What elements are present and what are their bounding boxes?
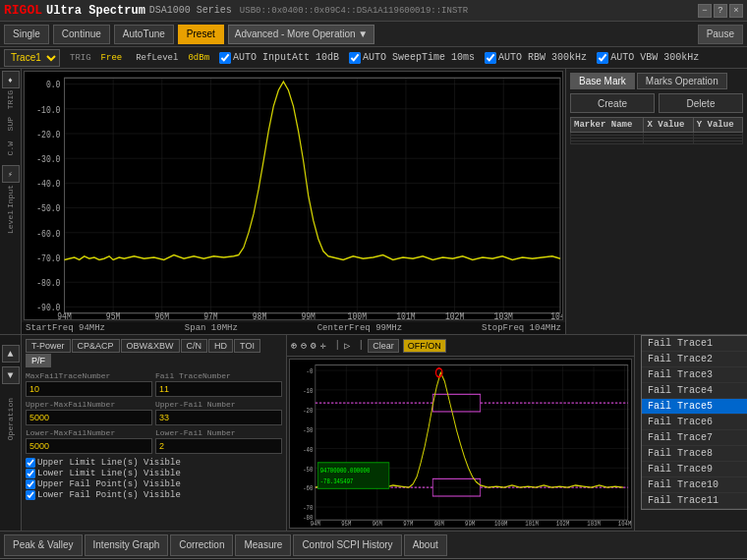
fail-trace-num-input[interactable] xyxy=(155,381,282,397)
svg-text:-50: -50 xyxy=(303,465,313,474)
auto-sweep-check[interactable]: AUTO SweepTime 10ms xyxy=(349,52,475,64)
svg-text:104M: 104M xyxy=(618,519,631,528)
svg-text:-40: -40 xyxy=(303,445,313,454)
fail-trace10-item[interactable]: Fail Trace10 xyxy=(642,477,747,493)
fail-trace8-item[interactable]: Fail Trace8 xyxy=(642,446,747,462)
advanced-button[interactable]: Advanced - More Operation ▼ xyxy=(228,25,375,44)
window-controls: − ? × xyxy=(698,4,743,18)
marks-operation-tab[interactable]: Marks Operation xyxy=(637,73,727,89)
hd-tab[interactable]: HD xyxy=(208,339,233,353)
fail-trace4-item[interactable]: Fail Trace4 xyxy=(642,383,747,399)
help-button[interactable]: ? xyxy=(714,4,727,18)
cursor-icon[interactable]: ✛ xyxy=(320,340,326,352)
toi-tab[interactable]: TOI xyxy=(234,339,260,353)
amp-button[interactable]: ♦ xyxy=(2,71,20,88)
input-button[interactable]: ⚡ xyxy=(2,165,20,183)
create-marker-button[interactable]: Create xyxy=(570,93,655,113)
upper-fail-input[interactable] xyxy=(26,410,152,425)
fail-trace9-item[interactable]: Fail Trace9 xyxy=(642,462,747,477)
autotune-button[interactable]: AutoTune xyxy=(114,25,174,44)
lower-limit-line-check[interactable]: Lower Limit Line(s) Visible xyxy=(26,469,282,478)
lower-fail-num-item: Lower-Fail Number xyxy=(155,428,282,454)
minus-icon[interactable]: ⊖ xyxy=(301,340,307,352)
lower-fail-input[interactable] xyxy=(26,438,152,454)
preset-button[interactable]: Preset xyxy=(178,25,224,44)
fail-trace5-item[interactable]: Fail Trace5 xyxy=(642,399,747,415)
fail-trace2-item[interactable]: Fail Trace2 xyxy=(642,352,747,367)
sup-side-label: SUP xyxy=(6,117,15,131)
svg-text:102M: 102M xyxy=(445,310,464,319)
main-spectrum-graph: 0.0 -10.0 -20.0 -30.0 -40.0 -50.0 -60.0 … xyxy=(24,71,563,320)
cn-tab[interactable]: C/N xyxy=(181,339,208,353)
trace-selector[interactable]: Trace1 Trace2 Trace3 xyxy=(4,49,60,67)
svg-text:-70.0: -70.0 xyxy=(36,252,60,264)
close-button[interactable]: × xyxy=(729,4,743,18)
up-arrow-button[interactable]: ▲ xyxy=(2,345,20,363)
svg-text:-30.0: -30.0 xyxy=(36,153,60,165)
pause-button[interactable]: Pause xyxy=(698,25,743,44)
svg-text:95M: 95M xyxy=(341,519,351,528)
svg-text:94700000.000000: 94700000.000000 xyxy=(320,466,371,475)
auto-rbw-check[interactable]: AUTO RBW 300kHz xyxy=(485,52,587,64)
center-freq-label: CenterFreq 99MHz xyxy=(317,323,402,333)
lower-toolbar: ⊕ ⊖ ⚙ ✛ | ▷ | Clear OFF/ON xyxy=(287,335,634,357)
trace-dropdown-panel: Fail Trace1 Fail Trace2 Fail Trace3 Fail… xyxy=(634,335,747,531)
bottom-left-area: ▲ ▼ Operation T-Power CP&ACP OBW&XBW C/N… xyxy=(0,335,287,531)
correction-tab[interactable]: Correction xyxy=(170,534,233,556)
single-button[interactable]: Single xyxy=(4,25,49,44)
offon-button[interactable]: OFF/ON xyxy=(403,339,446,353)
arrow-column: ▲ ▼ Operation xyxy=(0,335,22,531)
minimize-button[interactable]: − xyxy=(698,4,712,18)
plus-icon[interactable]: ⊕ xyxy=(291,340,297,352)
svg-text:94M: 94M xyxy=(57,310,72,319)
second-control-bar: Trace1 Trace2 Trace3 TRIG Free RefLevel … xyxy=(0,47,747,69)
input-side-label: Input xyxy=(6,185,15,208)
cp-acp-tab[interactable]: CP&ACP xyxy=(72,339,120,353)
upper-limit-line-check[interactable]: Upper Limit Line(s) Visible xyxy=(26,458,282,468)
lower-fail-point-check[interactable]: Lower Fail Point(s) Visible xyxy=(26,490,282,500)
fail-trace3-item[interactable]: Fail Trace3 xyxy=(642,367,747,383)
continue-button[interactable]: Continue xyxy=(53,25,110,44)
operation-label: Operation xyxy=(6,398,15,440)
spectrum-svg: 0.0 -10.0 -20.0 -30.0 -40.0 -50.0 -60.0 … xyxy=(25,72,562,319)
triangle-icon[interactable]: ▷ xyxy=(344,340,350,352)
max-fail-trace-input[interactable] xyxy=(26,381,152,397)
base-mark-tab[interactable]: Base Mark xyxy=(570,73,635,89)
pf-tab[interactable]: P/F xyxy=(26,354,51,367)
fail-trace-dropdown: Fail Trace1 Fail Trace2 Fail Trace3 Fail… xyxy=(641,335,747,510)
fail-trace1-item[interactable]: Fail Trace1 xyxy=(642,336,747,352)
marker-name-col: Marker Name xyxy=(571,118,644,133)
svg-text:95M: 95M xyxy=(106,310,121,319)
settings-icon[interactable]: ⚙ xyxy=(311,340,316,352)
svg-text:-10: -10 xyxy=(303,386,313,395)
control-tab-row: T-Power CP&ACP OBW&XBW C/N HD TOI P/F xyxy=(26,339,282,367)
svg-text:96M: 96M xyxy=(373,519,382,528)
fail-trace11-item[interactable]: Fail Trace11 xyxy=(642,493,747,509)
fail-trace6-item[interactable]: Fail Trace6 xyxy=(642,415,747,430)
fail-trace7-item[interactable]: Fail Trace7 xyxy=(642,430,747,446)
span-label: Span 10MHz xyxy=(185,323,238,333)
about-tab[interactable]: About xyxy=(404,534,447,556)
fail-trace-num-item: Fail TraceNumber xyxy=(155,371,282,397)
peak-valley-tab[interactable]: Peak & Valley xyxy=(4,534,83,556)
down-arrow-button[interactable]: ▼ xyxy=(2,366,20,384)
marker-table: Marker Name X Value Y Value xyxy=(570,117,743,144)
lower-fail-num-label: Lower-Fail Number xyxy=(155,428,282,437)
upper-fail-point-check[interactable]: Upper Fail Point(s) Visible xyxy=(26,479,282,489)
delete-marker-button[interactable]: Delete xyxy=(659,93,743,113)
stop-freq-label: StopFreq 104MHz xyxy=(482,323,561,333)
measure-tab[interactable]: Measure xyxy=(235,534,291,556)
lower-fail-num-input[interactable] xyxy=(155,438,282,454)
auto-input-att-check[interactable]: AUTO InputAtt 10dB xyxy=(219,52,339,64)
clear-button[interactable]: Clear xyxy=(368,339,399,353)
upper-fail-num-input[interactable] xyxy=(155,410,282,425)
control-scpi-tab[interactable]: Control SCPI History xyxy=(293,534,401,556)
ref-label: RefLevel xyxy=(136,53,178,63)
intensity-graph-tab[interactable]: Intensity Graph xyxy=(85,534,169,556)
auto-vbw-check[interactable]: AUTO VBW 300kHz xyxy=(597,52,699,64)
svg-text:-80.0: -80.0 xyxy=(36,277,60,289)
obw-tab[interactable]: OBW&XBW xyxy=(121,339,180,353)
pf-controls: T-Power CP&ACP OBW&XBW C/N HD TOI P/F Ma… xyxy=(22,335,287,531)
t-power-tab[interactable]: T-Power xyxy=(26,339,71,353)
fail-controls-grid: MaxFailTraceNumber Fail TraceNumber Uppe… xyxy=(26,371,282,454)
